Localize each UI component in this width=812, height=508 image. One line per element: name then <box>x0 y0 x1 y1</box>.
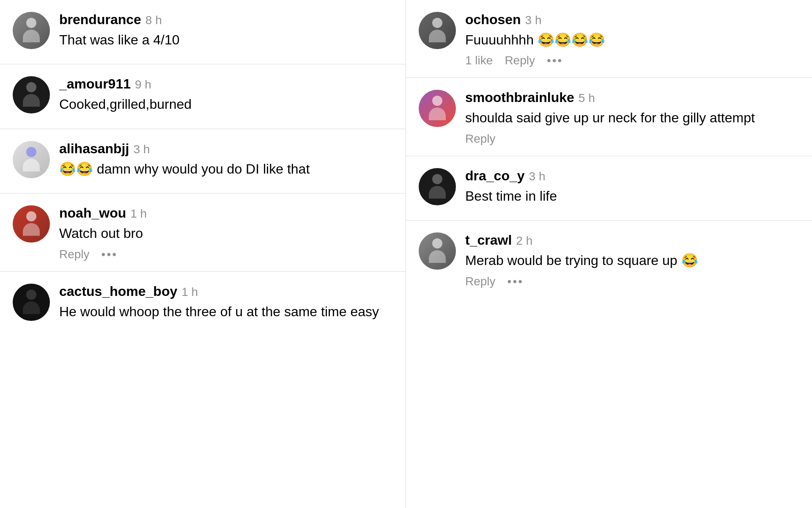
comment-time: 9 h <box>135 78 151 91</box>
more-options-button[interactable]: ••• <box>102 248 118 261</box>
comment-text: shoulda said give up ur neck for the gil… <box>465 108 799 127</box>
avatar <box>419 12 456 49</box>
avatar <box>13 205 50 243</box>
comment-actions: Reply <box>465 132 799 146</box>
comment-text: Cooked,grilled,burned <box>59 94 393 114</box>
comment-actions: Reply ••• <box>465 275 799 288</box>
comment-text: Merab would be trying to square up 😂 <box>465 251 799 270</box>
comment-content: alihasanbjj 3 h 😂😂 damn why would you do… <box>59 141 393 183</box>
comment-time: 5 h <box>579 91 595 105</box>
comment-time: 8 h <box>145 14 162 27</box>
comment-content: t_crawl 2 h Merab would be trying to squ… <box>465 232 799 288</box>
comment-text: Best time in life <box>465 186 799 206</box>
avatar <box>13 141 50 178</box>
comment-content: dra_co_y 3 h Best time in life <box>465 168 799 210</box>
username: brendurance <box>59 12 141 28</box>
comment-text: He would whoop the three of u at the sam… <box>59 302 393 321</box>
comment-header: t_crawl 2 h <box>465 232 799 248</box>
comment-header: ochosen 3 h <box>465 12 799 28</box>
comment-time: 2 h <box>516 234 532 248</box>
comment-content: cactus_home_boy 1 h He would whoop the t… <box>59 284 393 326</box>
comment-item: alihasanbjj 3 h 😂😂 damn why would you do… <box>0 129 406 193</box>
avatar <box>419 168 456 205</box>
comment-time: 3 h <box>529 170 546 183</box>
comment-item: smoothbrainluke 5 h shoulda said give up… <box>406 78 812 156</box>
more-options-button[interactable]: ••• <box>508 275 524 288</box>
comment-header: alihasanbjj 3 h <box>59 141 393 157</box>
reply-button[interactable]: Reply <box>465 275 496 288</box>
username: _amour911 <box>59 76 131 92</box>
comment-item: dra_co_y 3 h Best time in life <box>406 156 812 221</box>
reply-button[interactable]: Reply <box>465 132 496 146</box>
more-options-button[interactable]: ••• <box>547 54 563 67</box>
comment-text: Watch out bro <box>59 224 393 243</box>
comment-header: _amour911 9 h <box>59 76 393 92</box>
comment-header: brendurance 8 h <box>59 12 393 28</box>
comment-time: 3 h <box>525 14 542 27</box>
comment-content: noah_wou 1 h Watch out bro Reply ••• <box>59 205 393 261</box>
left-comments-column: brendurance 8 h That was like a 4/10 _am… <box>0 0 406 508</box>
comment-header: noah_wou 1 h <box>59 205 393 221</box>
comment-text: That was like a 4/10 <box>59 30 393 50</box>
username: ochosen <box>465 12 521 28</box>
username: noah_wou <box>59 205 126 221</box>
comment-content: smoothbrainluke 5 h shoulda said give up… <box>465 90 799 145</box>
avatar <box>419 90 456 127</box>
comment-item: ochosen 3 h Fuuuuhhhh 😂😂😂😂 1 like Reply … <box>406 0 812 78</box>
comment-content: _amour911 9 h Cooked,grilled,burned <box>59 76 393 118</box>
avatar <box>419 232 456 270</box>
comment-actions: 1 like Reply ••• <box>465 54 799 67</box>
username: alihasanbjj <box>59 141 129 157</box>
comment-item: brendurance 8 h That was like a 4/10 <box>0 0 406 64</box>
comment-time: 1 h <box>130 207 147 221</box>
username: smoothbrainluke <box>465 90 574 105</box>
comment-item: _amour911 9 h Cooked,grilled,burned <box>0 64 406 129</box>
likes-count: 1 like <box>465 54 493 67</box>
comment-text: Fuuuuhhhh 😂😂😂😂 <box>465 30 799 50</box>
comment-item: t_crawl 2 h Merab would be trying to squ… <box>406 221 812 298</box>
avatar <box>13 284 50 321</box>
comment-item: cactus_home_boy 1 h He would whoop the t… <box>0 272 406 336</box>
comment-header: smoothbrainluke 5 h <box>465 90 799 105</box>
username: dra_co_y <box>465 168 525 184</box>
comment-content: ochosen 3 h Fuuuuhhhh 😂😂😂😂 1 like Reply … <box>465 12 799 67</box>
comment-item: noah_wou 1 h Watch out bro Reply ••• <box>0 193 406 271</box>
avatar <box>13 76 50 113</box>
comment-actions: Reply ••• <box>59 248 393 261</box>
reply-button[interactable]: Reply <box>59 248 90 261</box>
avatar <box>13 12 50 49</box>
comment-header: cactus_home_boy 1 h <box>59 284 393 299</box>
username: cactus_home_boy <box>59 284 177 299</box>
comment-time: 3 h <box>133 143 150 156</box>
comment-time: 1 h <box>181 285 198 299</box>
right-comments-column: ochosen 3 h Fuuuuhhhh 😂😂😂😂 1 like Reply … <box>406 0 812 508</box>
reply-button[interactable]: Reply <box>505 54 535 67</box>
comment-text: 😂😂 damn why would you do DI like that <box>59 159 393 179</box>
comment-header: dra_co_y 3 h <box>465 168 799 184</box>
username: t_crawl <box>465 232 512 248</box>
comment-content: brendurance 8 h That was like a 4/10 <box>59 12 393 54</box>
